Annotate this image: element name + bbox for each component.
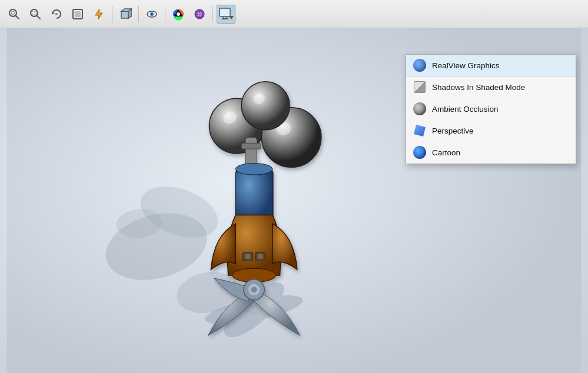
color-wheel-icon[interactable] (169, 5, 188, 24)
svg-marker-27 (229, 16, 234, 19)
menu-item-ambient-occlusion[interactable]: Ambient Occlusion (406, 98, 576, 120)
pan-icon[interactable] (68, 5, 87, 24)
svg-line-1 (16, 15, 19, 19)
svg-rect-8 (75, 11, 81, 17)
monitor-view-icon[interactable] (217, 5, 235, 24)
svg-rect-5 (32, 12, 36, 15)
search-icon[interactable] (5, 5, 24, 24)
cartoon-label: Cartoon (432, 148, 460, 157)
ao-icon (413, 102, 426, 115)
svg-point-51 (257, 254, 263, 259)
viewport[interactable]: RealView Graphics Shadows In Shaded Mode… (0, 28, 588, 373)
ao-label: Ambient Occlusion (432, 105, 499, 114)
svg-point-45 (235, 164, 273, 175)
menu-item-cartoon[interactable]: Cartoon (406, 142, 576, 164)
svg-point-54 (251, 287, 257, 293)
svg-marker-9 (95, 9, 102, 19)
realview-icon (413, 59, 426, 72)
menu-item-realview[interactable]: RealView Graphics (406, 55, 576, 76)
separator-3 (165, 6, 165, 22)
separator-1 (112, 6, 112, 22)
dropdown-menu: RealView Graphics Shadows In Shaded Mode… (406, 54, 576, 164)
toolbar (0, 0, 588, 28)
svg-point-40 (241, 82, 290, 130)
eye-icon[interactable] (142, 5, 161, 24)
svg-line-4 (37, 15, 41, 19)
menu-item-perspective[interactable]: Perspective (406, 120, 576, 142)
lightning-icon[interactable] (89, 5, 108, 24)
svg-point-50 (245, 254, 251, 259)
svg-point-17 (177, 12, 180, 16)
svg-point-15 (151, 13, 153, 15)
svg-rect-10 (121, 11, 128, 18)
box-view-icon[interactable] (116, 5, 135, 24)
zoom-area-icon[interactable] (26, 5, 45, 24)
svg-point-6 (55, 13, 58, 15)
menu-item-shadows[interactable]: Shadows In Shaded Mode (406, 76, 576, 98)
separator-2 (138, 6, 139, 22)
rotate-view-icon[interactable] (47, 5, 66, 24)
cartoon-icon (413, 146, 426, 159)
shadows-label: Shadows In Shaded Mode (432, 83, 525, 92)
separator-4 (212, 6, 213, 22)
perspective-label: Perspective (432, 126, 474, 135)
shadows-icon (413, 81, 426, 94)
realview-label: RealView Graphics (432, 61, 500, 70)
perspective-icon (413, 124, 426, 137)
grid-display-icon[interactable] (190, 5, 209, 24)
svg-rect-43 (241, 143, 261, 149)
svg-rect-23 (220, 9, 230, 16)
svg-point-2 (11, 11, 15, 15)
